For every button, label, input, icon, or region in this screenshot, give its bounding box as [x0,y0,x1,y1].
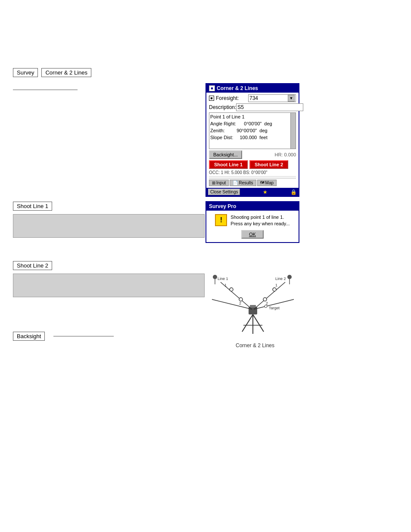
survey-button[interactable]: Survey [13,68,38,77]
svg-point-10 [230,288,233,291]
input-tab-icon: ⊞ [212,180,215,185]
dialog-icon: ■ [209,85,215,91]
results-tab-icon: 📄 [233,180,238,185]
dialog-info: OCC: 1 HI: 5.000 BS: 0°00'00" [209,170,296,175]
shoot-line-1-btn[interactable]: Shoot Line 1 [209,160,248,169]
foresight-checkbox[interactable]: ■ [209,96,214,101]
dialog-titlebar: ■ Corner & 2 Lines [206,84,299,93]
svg-line-0 [242,314,253,332]
description-label: Description: [209,104,236,110]
close-settings-btn[interactable]: Close Settings [208,189,240,195]
star-icon: ★ [263,189,268,195]
corner-2-lines-button[interactable]: Corner & 2 Lines [41,68,91,77]
dialog-body: ■ Foresight: 734 ▼ Description: Point 1 … [206,93,299,188]
tab-input-label: Input [216,180,226,185]
svg-point-12 [239,298,243,301]
dialog-divider [209,176,296,177]
svg-point-15 [213,275,217,279]
dialog-tabs: ⊞ Input 📄 Results 🗺 Map [209,178,296,186]
svg-text:2: 2 [266,301,268,305]
shoot-buttons-row: Shoot Line 1 Shoot Line 2 [209,160,296,169]
corner-diagram-svg: 1 2 Line 1 1 2 Line 2 Target [206,258,300,340]
tab-results-label: Results [239,180,253,185]
shoot-line-2-content-box [13,274,205,297]
foresight-label: Foresight: [216,95,248,101]
dialog-scrollbar[interactable] [290,113,296,149]
breadcrumb-underline [13,90,78,90]
svg-point-25 [265,305,267,308]
popup-message: Shooting point 1 of line 1.Press any key… [230,214,290,227]
popup-content-row: ! Shooting point 1 of line 1.Press any k… [215,214,290,227]
popup-ok-btn[interactable]: OK [241,230,264,239]
svg-text:Line 2: Line 2 [275,277,286,281]
svg-rect-5 [250,305,256,308]
dropdown-arrow-icon[interactable]: ▼ [288,95,295,102]
dialog-scrollbox[interactable]: Point 1 of Line 1 Angle Right: 0°00'00" … [209,112,296,149]
svg-text:1: 1 [224,283,227,287]
description-row: Description: [209,103,296,111]
tab-map-label: Map [265,180,274,185]
svg-text:Target: Target [269,306,280,310]
svg-point-17 [273,288,276,291]
corner-2-lines-dialog: ■ Corner & 2 Lines ■ Foresight: 734 ▼ De… [206,83,299,197]
diagram-label: Corner & 2 Lines [206,342,305,348]
shoot-line-1-content-box [13,214,205,238]
tab-results[interactable]: 📄 Results [230,180,256,186]
backsight-underline [53,336,114,336]
hr-value: HR: 0.000 [274,152,296,157]
shoot-line-2-label[interactable]: Shoot Line 2 [13,261,52,270]
svg-point-19 [263,298,267,301]
backsight-hr-row: Backsight... HR: 0.000 [209,150,296,159]
dialog-bottom-bar: Close Settings ★ 🔒 [206,188,299,196]
lock-icon: 🔒 [290,189,297,195]
dialog-title: Corner & 2 Lines [217,85,258,91]
map-tab-icon: 🗺 [260,180,265,185]
popup-titlebar: Survey Pro [206,202,299,211]
breadcrumb: Survey Corner & 2 Lines [13,68,91,77]
svg-rect-4 [249,307,257,314]
warning-icon: ! [215,214,227,226]
backsight-label[interactable]: Backsight [13,332,45,341]
survey-pro-popup: Survey Pro ! Shooting point 1 of line 1.… [206,201,299,243]
shoot-line-1-label[interactable]: Shoot Line 1 [13,202,52,211]
popup-body: ! Shooting point 1 of line 1.Press any k… [206,211,299,242]
scrollbox-content: Point 1 of Line 1 Angle Right: 0°00'00" … [210,114,295,149]
diagram-area: 1 2 Line 1 1 2 Line 2 Target Corner & 2 … [206,258,305,348]
tab-input[interactable]: ⊞ Input [209,180,229,186]
shoot-line-2-btn[interactable]: Shoot Line 2 [249,160,288,169]
svg-point-22 [287,275,292,279]
svg-text:2: 2 [239,301,241,305]
description-input[interactable] [236,103,303,111]
backsight-row: Backsight [13,332,114,341]
foresight-dropdown[interactable]: 734 ▼ [248,94,296,102]
svg-line-1 [253,314,264,332]
foresight-row: ■ Foresight: 734 ▼ [209,94,296,102]
tab-map[interactable]: 🗺 Map [257,180,277,186]
svg-text:1: 1 [275,283,277,287]
foresight-value: 734 [249,95,258,101]
dialog-backsight-btn[interactable]: Backsight... [209,150,242,159]
svg-text:Line 1: Line 1 [218,277,228,281]
